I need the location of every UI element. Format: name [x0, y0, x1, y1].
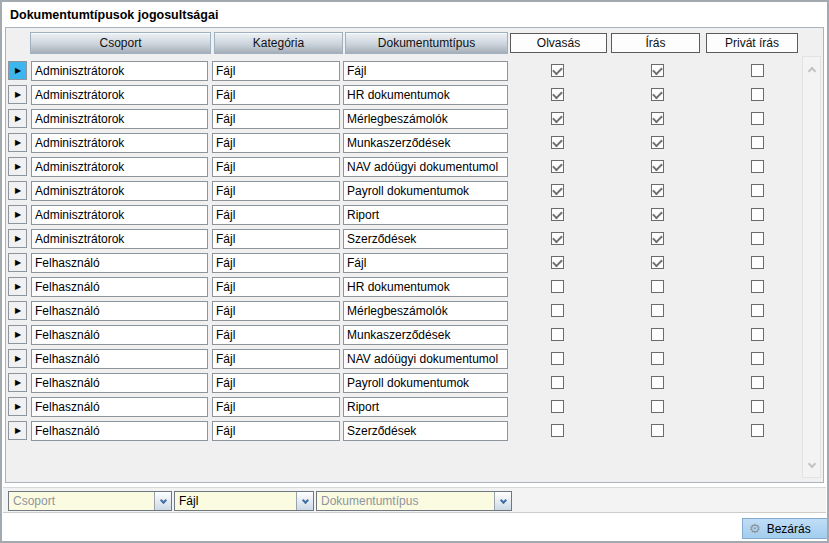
olvasas-checkbox[interactable]	[551, 184, 564, 197]
dokumentumtipus-cell[interactable]: Payroll dokumentumok	[343, 181, 508, 201]
row-select-button[interactable]: ▶	[8, 61, 27, 80]
row-select-button[interactable]: ▶	[8, 397, 27, 416]
csoport-cell[interactable]: Felhasználó	[31, 277, 208, 297]
dokumentumtipus-filter-dropdown[interactable]: Dokumentumtípus	[316, 491, 512, 511]
row-select-button[interactable]: ▶	[8, 373, 27, 392]
csoport-cell[interactable]: Adminisztrátorok	[31, 157, 208, 177]
privat_iras-checkbox[interactable]	[751, 304, 764, 317]
row-select-button[interactable]: ▶	[8, 325, 27, 344]
csoport-cell[interactable]: Felhasználó	[31, 301, 208, 321]
olvasas-checkbox[interactable]	[551, 256, 564, 269]
row-select-button[interactable]: ▶	[8, 205, 27, 224]
column-header-kategoria[interactable]: Kategória	[214, 32, 343, 54]
row-select-button[interactable]: ▶	[8, 421, 27, 440]
csoport-cell[interactable]: Adminisztrátorok	[31, 61, 208, 81]
olvasas-checkbox[interactable]	[551, 376, 564, 389]
row-select-button[interactable]: ▶	[8, 253, 27, 272]
kategoria-cell[interactable]: Fájl	[212, 205, 340, 225]
kategoria-cell[interactable]: Fájl	[212, 229, 340, 249]
olvasas-checkbox[interactable]	[551, 352, 564, 365]
csoport-cell[interactable]: Felhasználó	[31, 373, 208, 393]
privat_iras-checkbox[interactable]	[751, 64, 764, 77]
iras-checkbox[interactable]	[651, 256, 664, 269]
kategoria-cell[interactable]: Fájl	[212, 373, 340, 393]
dokumentumtipus-cell[interactable]: NAV adóügyi dokumentumol	[343, 349, 508, 369]
row-select-button[interactable]: ▶	[8, 229, 27, 248]
csoport-cell[interactable]: Adminisztrátorok	[31, 109, 208, 129]
iras-checkbox[interactable]	[651, 88, 664, 101]
iras-checkbox[interactable]	[651, 232, 664, 245]
privat_iras-checkbox[interactable]	[751, 88, 764, 101]
kategoria-cell[interactable]: Fájl	[212, 61, 340, 81]
dokumentumtipus-cell[interactable]: Fájl	[343, 61, 508, 81]
csoport-filter-dropdown[interactable]: Csoport	[8, 491, 172, 511]
privat_iras-checkbox[interactable]	[751, 184, 764, 197]
vertical-scrollbar[interactable]	[802, 56, 821, 478]
iras-checkbox[interactable]	[651, 136, 664, 149]
row-select-button[interactable]: ▶	[8, 181, 27, 200]
dokumentumtipus-cell[interactable]: Szerződések	[343, 421, 508, 441]
privat_iras-checkbox[interactable]	[751, 400, 764, 413]
olvasas-checkbox[interactable]	[551, 280, 564, 293]
csoport-cell[interactable]: Felhasználó	[31, 421, 208, 441]
csoport-cell[interactable]: Felhasználó	[31, 253, 208, 273]
csoport-cell[interactable]: Adminisztrátorok	[31, 85, 208, 105]
kategoria-cell[interactable]: Fájl	[212, 85, 340, 105]
csoport-cell[interactable]: Felhasználó	[31, 397, 208, 417]
iras-checkbox[interactable]	[651, 184, 664, 197]
olvasas-checkbox[interactable]	[551, 160, 564, 173]
privat_iras-checkbox[interactable]	[751, 280, 764, 293]
iras-checkbox[interactable]	[651, 328, 664, 341]
row-select-button[interactable]: ▶	[8, 301, 27, 320]
privat_iras-checkbox[interactable]	[751, 232, 764, 245]
olvasas-checkbox[interactable]	[551, 112, 564, 125]
row-select-button[interactable]: ▶	[8, 109, 27, 128]
row-select-button[interactable]: ▶	[8, 85, 27, 104]
csoport-cell[interactable]: Adminisztrátorok	[31, 133, 208, 153]
privat_iras-checkbox[interactable]	[751, 352, 764, 365]
csoport-cell[interactable]: Adminisztrátorok	[31, 205, 208, 225]
kategoria-cell[interactable]: Fájl	[212, 109, 340, 129]
privat_iras-checkbox[interactable]	[751, 208, 764, 221]
olvasas-checkbox[interactable]	[551, 136, 564, 149]
csoport-cell[interactable]: Adminisztrátorok	[31, 229, 208, 249]
dokumentumtipus-cell[interactable]: Szerződések	[343, 229, 508, 249]
olvasas-checkbox[interactable]	[551, 64, 564, 77]
kategoria-cell[interactable]: Fájl	[212, 421, 340, 441]
olvasas-checkbox[interactable]	[551, 304, 564, 317]
olvasas-checkbox[interactable]	[551, 400, 564, 413]
iras-checkbox[interactable]	[651, 304, 664, 317]
privat_iras-checkbox[interactable]	[751, 112, 764, 125]
privat_iras-checkbox[interactable]	[751, 256, 764, 269]
iras-checkbox[interactable]	[651, 208, 664, 221]
olvasas-checkbox[interactable]	[551, 208, 564, 221]
iras-checkbox[interactable]	[651, 64, 664, 77]
dokumentumtipus-cell[interactable]: HR dokumentumok	[343, 85, 508, 105]
iras-checkbox[interactable]	[651, 352, 664, 365]
row-select-button[interactable]: ▶	[8, 133, 27, 152]
kategoria-cell[interactable]: Fájl	[212, 157, 340, 177]
kategoria-cell[interactable]: Fájl	[212, 325, 340, 345]
dokumentumtipus-cell[interactable]: Mérlegbeszámolók	[343, 109, 508, 129]
olvasas-checkbox[interactable]	[551, 328, 564, 341]
chevron-down-icon[interactable]	[296, 492, 313, 510]
kategoria-cell[interactable]: Fájl	[212, 349, 340, 369]
olvasas-checkbox[interactable]	[551, 232, 564, 245]
dokumentumtipus-cell[interactable]: Munkaszerződések	[343, 133, 508, 153]
csoport-cell[interactable]: Felhasználó	[31, 349, 208, 369]
olvasas-checkbox[interactable]	[551, 424, 564, 437]
kategoria-cell[interactable]: Fájl	[212, 397, 340, 417]
chevron-down-icon[interactable]	[154, 492, 171, 510]
dokumentumtipus-cell[interactable]: Mérlegbeszámolók	[343, 301, 508, 321]
privat_iras-checkbox[interactable]	[751, 136, 764, 149]
scroll-down-button[interactable]	[803, 457, 820, 473]
dokumentumtipus-cell[interactable]: Riport	[343, 397, 508, 417]
chevron-down-icon[interactable]	[494, 492, 511, 510]
csoport-cell[interactable]: Felhasználó	[31, 325, 208, 345]
csoport-cell[interactable]: Adminisztrátorok	[31, 181, 208, 201]
dokumentumtipus-cell[interactable]: Fájl	[343, 253, 508, 273]
dokumentumtipus-cell[interactable]: HR dokumentumok	[343, 277, 508, 297]
privat_iras-checkbox[interactable]	[751, 160, 764, 173]
iras-checkbox[interactable]	[651, 400, 664, 413]
scroll-up-button[interactable]	[803, 61, 820, 77]
